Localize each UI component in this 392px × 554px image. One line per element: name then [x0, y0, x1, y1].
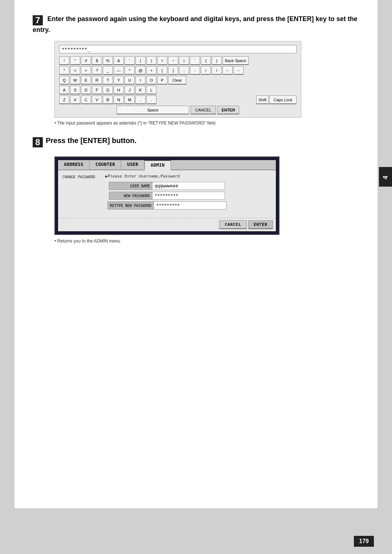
key-l[interactable]: L — [146, 86, 156, 94]
change-password-row: CHANGE PASSWORD ▶Please Enter Username,P… — [62, 174, 271, 179]
key-right-arrow[interactable]: → — [233, 66, 244, 75]
key-n[interactable]: N — [114, 95, 124, 104]
keyboard-row-5: Z X C V B N M , . Shift Caps Lock — [59, 95, 297, 104]
key-asterisk[interactable]: * — [59, 66, 69, 75]
key-h[interactable]: H — [114, 86, 124, 94]
step-7-note: • The input password appears as asterisk… — [54, 121, 359, 126]
retype-password-label: RETYPE NEW PASSWORD — [107, 201, 154, 209]
key-d[interactable]: D — [81, 86, 91, 94]
key-equals[interactable]: = — [157, 56, 167, 65]
key-b[interactable]: B — [103, 95, 113, 104]
key-rparen[interactable]: ) — [146, 56, 156, 65]
key-i[interactable]: I — [135, 76, 146, 85]
keyboard-bottom-row: Space CANCEL ENTER — [59, 106, 297, 114]
key-caps-lock[interactable]: Caps Lock — [269, 95, 297, 104]
key-e[interactable]: E — [81, 76, 91, 85]
key-space[interactable]: Space — [117, 106, 189, 114]
key-p[interactable]: P — [157, 76, 167, 85]
key-backspace[interactable]: Back Space — [222, 56, 249, 65]
key-s[interactable]: S — [70, 86, 80, 94]
key-tilde[interactable]: ~ — [168, 56, 178, 65]
key-lcurly[interactable]: { — [201, 56, 211, 65]
key-plus[interactable]: + — [146, 66, 156, 75]
step-7-number: 7 — [33, 15, 43, 25]
key-rcurly[interactable]: } — [212, 56, 222, 65]
key-at[interactable]: @ — [135, 66, 146, 75]
key-c[interactable]: C — [81, 95, 91, 104]
admin-panel-inner: ADDRESS COUNTER USER ADMIN CHANGE PASSWO… — [58, 160, 276, 231]
step-7-title: Enter the password again using the keybo… — [33, 15, 358, 33]
page-number: 179 — [354, 536, 374, 547]
key-enter[interactable]: ENTER — [217, 106, 239, 114]
key-dash[interactable]: — — [114, 66, 124, 75]
key-hash[interactable]: # — [81, 56, 91, 65]
key-lbracket[interactable]: [ — [157, 66, 167, 75]
keyboard-row-1: ! " # $ % & ' ( ) = ~ | ` { } Back Space — [59, 56, 297, 65]
key-underscore[interactable]: _ — [103, 66, 113, 75]
key-percent[interactable]: % — [103, 56, 113, 65]
key-caret[interactable]: ^ — [124, 66, 135, 75]
key-w[interactable]: W — [70, 76, 80, 85]
retype-password-value: ********* — [154, 201, 226, 209]
key-a[interactable]: A — [59, 86, 69, 94]
key-quote[interactable]: " — [70, 56, 80, 65]
key-m[interactable]: M — [124, 95, 135, 104]
key-v[interactable]: V — [92, 95, 102, 104]
key-pipe[interactable]: | — [179, 56, 189, 65]
key-question[interactable]: ? — [92, 66, 102, 75]
key-rbracket[interactable]: ] — [168, 66, 178, 75]
panel-body: CHANGE PASSWORD ▶Please Enter Username,P… — [58, 170, 276, 215]
key-f[interactable]: F — [92, 86, 102, 94]
key-x[interactable]: X — [70, 95, 80, 104]
username-label: USER NAME — [109, 182, 152, 190]
key-cancel[interactable]: CANCEL — [191, 106, 216, 114]
key-y[interactable]: Y — [114, 76, 124, 85]
admin-panel: ADDRESS COUNTER USER ADMIN CHANGE PASSWO… — [54, 156, 279, 235]
tab-counter[interactable]: COUNTER — [90, 160, 121, 170]
key-semicolon[interactable]: ; — [179, 66, 189, 75]
tab-admin[interactable]: ADMIN — [144, 160, 171, 170]
key-left-arrow[interactable]: ← — [222, 66, 233, 75]
step-8-header: 8 Press the [ENTER] button. — [33, 137, 359, 151]
key-j[interactable]: J — [124, 86, 135, 94]
panel-footer: CANCEL ENTER — [58, 218, 276, 231]
cancel-button[interactable]: CANCEL — [219, 220, 247, 229]
key-shift[interactable]: Shift — [256, 95, 269, 104]
tab-address[interactable]: ADDRESS — [58, 160, 90, 170]
key-g[interactable]: G — [103, 86, 113, 94]
key-t[interactable]: T — [103, 76, 113, 85]
key-q[interactable]: Q — [59, 76, 69, 85]
new-password-label: NEW PASSWORD — [109, 192, 152, 200]
key-backslash[interactable]: \ — [212, 66, 222, 75]
key-k[interactable]: K — [135, 86, 146, 94]
new-password-row: NEW PASSWORD ********* — [62, 192, 271, 200]
enter-button[interactable]: ENTER — [248, 220, 273, 229]
password-display: *********_ — [59, 45, 297, 53]
key-comma[interactable]: , — [135, 95, 146, 104]
key-excl[interactable]: ! — [59, 56, 69, 65]
key-amp[interactable]: & — [114, 56, 124, 65]
new-password-value: ********* — [152, 192, 225, 200]
key-colon[interactable]: : — [190, 66, 200, 75]
key-clear[interactable]: Clear — [168, 76, 186, 85]
key-u[interactable]: U — [124, 76, 135, 85]
key-gt[interactable]: > — [81, 66, 91, 75]
keyboard-row-4: A S D F G H J K L — [59, 86, 297, 94]
key-z[interactable]: Z — [59, 95, 69, 104]
key-lparen[interactable]: ( — [135, 56, 146, 65]
key-o[interactable]: O — [146, 76, 156, 85]
username-row: USER NAME qqqwwweee — [62, 182, 271, 190]
key-apos[interactable]: ' — [124, 56, 135, 65]
change-password-label: CHANGE PASSWORD — [62, 174, 102, 179]
key-backtick[interactable]: ` — [190, 56, 200, 65]
key-r[interactable]: R — [92, 76, 102, 85]
step-7-header: 7 Enter the password again using the key… — [33, 15, 359, 34]
step-8-title: Press the [ENTER] button. — [46, 137, 136, 145]
key-lt[interactable]: < — [70, 66, 80, 75]
key-dollar[interactable]: $ — [92, 56, 102, 65]
instruction-text: ▶Please Enter Username,Password — [105, 174, 180, 179]
key-slash[interactable]: / — [201, 66, 211, 75]
tab-user[interactable]: USER — [121, 160, 144, 170]
keyboard-row-2: * < > ? _ — ^ @ + [ ] ; : / \ ← → — [59, 66, 297, 75]
key-period[interactable]: . — [146, 95, 156, 104]
